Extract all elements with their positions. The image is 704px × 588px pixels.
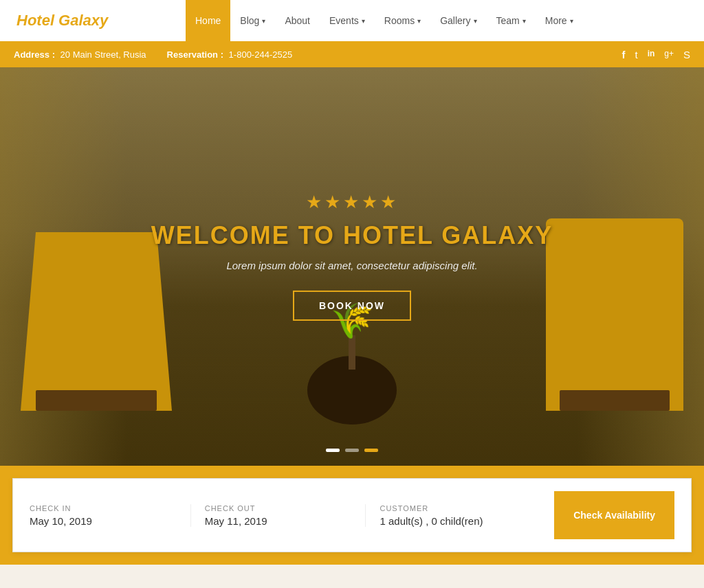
- nav-link-blog[interactable]: Blog▾: [230, 0, 275, 41]
- address-label: Address :: [14, 49, 55, 60]
- booking-wrapper: CHECK IN May 10, 2019 CHECK OUT May 11, …: [0, 466, 704, 565]
- linkedin-icon[interactable]: in: [648, 49, 655, 60]
- checkin-label: CHECK IN: [30, 504, 177, 512]
- nav-item-team[interactable]: Team▾: [487, 0, 536, 41]
- brand-logo[interactable]: Hotel Galaxy: [0, 0, 186, 41]
- check-availability-button[interactable]: Check Availability: [554, 491, 674, 539]
- nav-link-rooms[interactable]: Rooms▾: [375, 0, 430, 41]
- slider-dot-1[interactable]: [326, 449, 340, 452]
- hero-title: WELCOME TO HOTEL GALAXY: [146, 221, 558, 250]
- customer-value[interactable]: 1 adult(s) , 0 child(ren): [380, 515, 527, 527]
- google-icon[interactable]: g+: [664, 49, 674, 60]
- nav-link-team[interactable]: Team▾: [487, 0, 536, 41]
- social-links: f t in g+ S: [622, 49, 690, 60]
- nav-link-gallery[interactable]: Gallery▾: [430, 0, 486, 41]
- address-block: Address : 20 Main Street, Rusia: [14, 49, 146, 60]
- nav-link-home[interactable]: Home: [186, 0, 230, 41]
- star-rating: ★★★★★: [146, 192, 558, 213]
- chevron-down-icon: ▾: [262, 17, 265, 25]
- slider-dots: [326, 449, 378, 452]
- twitter-icon[interactable]: t: [635, 49, 637, 60]
- nav-item-more[interactable]: More▾: [536, 0, 583, 41]
- nav-item-about[interactable]: About: [275, 0, 320, 41]
- reservation-label: Reservation :: [167, 49, 223, 60]
- hero-title-prefix: WELCOME TO: [151, 221, 343, 249]
- skype-icon[interactable]: S: [683, 49, 690, 60]
- chevron-down-icon: ▾: [362, 17, 365, 25]
- address-value: 20 Main Street, Rusia: [60, 49, 146, 60]
- hero-section: ★★★★★ WELCOME TO HOTEL GALAXY Lorem ipsu…: [0, 67, 704, 466]
- hero-content: ★★★★★ WELCOME TO HOTEL GALAXY Lorem ipsu…: [146, 192, 558, 321]
- info-bar: Address : 20 Main Street, Rusia Reservat…: [0, 41, 704, 67]
- book-now-button[interactable]: BOOK NOW: [293, 291, 411, 321]
- chevron-down-icon: ▾: [417, 17, 421, 25]
- nav-item-gallery[interactable]: Gallery▾: [430, 0, 486, 41]
- checkout-value[interactable]: May 11, 2019: [205, 515, 352, 527]
- nav-item-home[interactable]: Home: [186, 0, 230, 41]
- reservation-value: 1-800-244-2525: [229, 49, 293, 60]
- nav-link-events[interactable]: Events▾: [320, 0, 375, 41]
- checkin-field: CHECK IN May 10, 2019: [30, 504, 191, 527]
- bottom-section: [0, 565, 704, 588]
- checkin-value[interactable]: May 10, 2019: [30, 515, 177, 527]
- chair-right-decoration: [546, 218, 683, 411]
- checkout-field: CHECK OUT May 11, 2019: [191, 504, 366, 527]
- facebook-icon[interactable]: f: [622, 49, 625, 60]
- slider-dot-3[interactable]: [364, 449, 378, 452]
- nav-item-events[interactable]: Events▾: [320, 0, 375, 41]
- nav-item-blog[interactable]: Blog▾: [230, 0, 275, 41]
- nav-link-about[interactable]: About: [275, 0, 320, 41]
- navbar: Hotel Galaxy Home Blog▾ About Events▾ Ro…: [0, 0, 704, 41]
- hero-title-highlight: HOTEL GALAXY: [343, 221, 553, 249]
- slider-dot-2[interactable]: [345, 449, 359, 452]
- reservation-block: Reservation : 1-800-244-2525: [167, 49, 293, 60]
- nav-links: Home Blog▾ About Events▾ Rooms▾ Gallery▾: [186, 0, 583, 41]
- customer-field: CUSTOMER 1 adult(s) , 0 child(ren): [366, 504, 540, 527]
- chevron-down-icon: ▾: [522, 17, 526, 25]
- chevron-down-icon: ▾: [474, 17, 477, 25]
- checkout-label: CHECK OUT: [205, 504, 352, 512]
- nav-link-more[interactable]: More▾: [536, 0, 583, 41]
- hero-subtitle: Lorem ipsum dolor sit amet, consectetur …: [146, 260, 558, 271]
- nav-item-rooms[interactable]: Rooms▾: [375, 0, 430, 41]
- chevron-down-icon: ▾: [570, 17, 573, 25]
- customer-label: CUSTOMER: [380, 504, 527, 512]
- booking-bar: CHECK IN May 10, 2019 CHECK OUT May 11, …: [12, 478, 692, 552]
